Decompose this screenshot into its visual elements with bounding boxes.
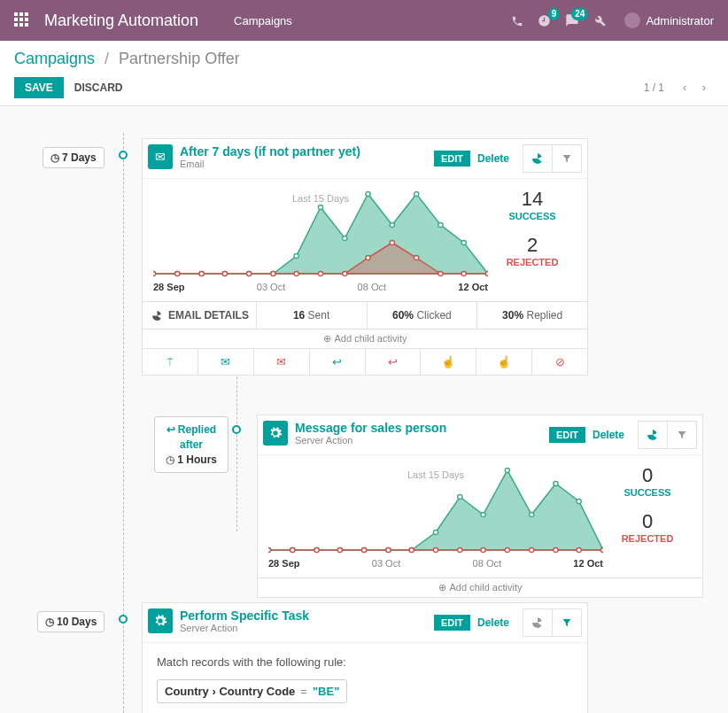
rule-condition[interactable]: Country › Country Code = "BE" bbox=[157, 679, 347, 703]
filter-tab-icon[interactable] bbox=[552, 144, 582, 173]
plus-icon: ⊕ bbox=[438, 582, 446, 593]
notif-badge-2: 24 bbox=[571, 8, 588, 20]
svg-point-53 bbox=[362, 548, 367, 553]
add-child-1[interactable]: ⊕Add child activity bbox=[143, 329, 587, 348]
reply-icon[interactable]: ↩ bbox=[310, 349, 366, 375]
svg-point-51 bbox=[314, 548, 319, 553]
svg-point-13 bbox=[414, 192, 419, 197]
not-reply-icon[interactable]: ↩ bbox=[366, 349, 422, 375]
chart-tab-icon[interactable] bbox=[638, 421, 668, 449]
delete-link[interactable]: Delete bbox=[477, 616, 509, 629]
chart-tab-icon[interactable] bbox=[523, 144, 553, 173]
email-icon: ✉ bbox=[148, 144, 173, 169]
svg-point-25 bbox=[343, 272, 347, 276]
svg-point-62 bbox=[577, 548, 581, 553]
card1-chart: Last 15 Days 28 Sep 03 Oct bbox=[153, 188, 488, 292]
svg-point-29 bbox=[438, 272, 443, 276]
apps-icon[interactable] bbox=[14, 12, 30, 28]
filter-tab-icon[interactable] bbox=[667, 421, 697, 449]
svg-point-42 bbox=[458, 495, 462, 500]
svg-point-26 bbox=[366, 256, 370, 260]
plus-icon: ⊕ bbox=[323, 333, 331, 345]
svg-marker-32 bbox=[268, 470, 603, 550]
reply-pill: ↩Replied after ◷ 1 Hours bbox=[154, 416, 228, 473]
svg-point-23 bbox=[294, 272, 298, 276]
card1-subtitle: Email bbox=[180, 159, 360, 169]
mail-not-open-icon[interactable]: ✉ bbox=[254, 349, 310, 375]
save-button[interactable]: SAVE bbox=[14, 77, 64, 98]
add-child-2[interactable]: ⊕Add child activity bbox=[258, 577, 702, 597]
svg-point-57 bbox=[458, 548, 462, 553]
wrench-icon[interactable] bbox=[593, 13, 607, 27]
clock-icon[interactable]: 9 bbox=[538, 13, 551, 27]
svg-point-30 bbox=[461, 272, 466, 276]
card1-title[interactable]: After 7 days (if not partner yet) bbox=[180, 144, 360, 159]
delete-link[interactable]: Delete bbox=[477, 152, 509, 165]
svg-point-11 bbox=[366, 192, 370, 197]
edit-button[interactable]: EDIT bbox=[549, 427, 585, 443]
discard-button[interactable]: DISCARD bbox=[74, 81, 123, 94]
svg-point-63 bbox=[600, 548, 603, 553]
svg-point-60 bbox=[530, 548, 534, 553]
chat-icon[interactable]: 24 bbox=[565, 13, 579, 28]
svg-point-44 bbox=[505, 469, 509, 473]
svg-point-27 bbox=[390, 241, 394, 245]
reply-arrow-icon: ↩ bbox=[167, 423, 175, 436]
svg-point-22 bbox=[271, 272, 275, 276]
svg-point-52 bbox=[337, 548, 342, 553]
card3-title[interactable]: Perform Specific Task bbox=[180, 608, 309, 623]
edit-button[interactable]: EDIT bbox=[434, 615, 470, 631]
click-icon[interactable]: ☝ bbox=[421, 349, 476, 375]
svg-point-28 bbox=[414, 256, 419, 260]
user-menu[interactable]: Administrator bbox=[624, 12, 714, 28]
clock-icon: ◷ bbox=[45, 616, 54, 628]
bounce-icon[interactable]: ⊘ bbox=[532, 349, 587, 375]
time-pill-10days: ◷10 Days bbox=[37, 611, 105, 632]
svg-point-8 bbox=[294, 254, 298, 259]
svg-point-47 bbox=[577, 500, 581, 504]
subheader: Campaigns / Partnership Offer SAVE DISCA… bbox=[0, 41, 728, 106]
svg-point-18 bbox=[175, 272, 180, 276]
pager-next[interactable]: › bbox=[694, 78, 714, 97]
card2-stats: 0 SUCCESS 0 REJECTED bbox=[603, 464, 692, 569]
svg-point-54 bbox=[386, 548, 391, 553]
svg-point-43 bbox=[481, 513, 485, 517]
card2-chart: Last 15 Days 28 Sep 03 Oct bbox=[268, 464, 603, 569]
svg-point-41 bbox=[433, 531, 438, 535]
svg-point-10 bbox=[343, 236, 347, 241]
activity-card-1: ✉ After 7 days (if not partner yet) Emai… bbox=[142, 138, 588, 376]
chart-tab-icon[interactable] bbox=[523, 608, 553, 637]
svg-point-59 bbox=[505, 548, 509, 553]
svg-point-31 bbox=[485, 272, 488, 276]
svg-point-56 bbox=[433, 548, 438, 553]
trigger-activity-icon[interactable]: ⍑ bbox=[143, 349, 198, 375]
filter-tab-icon[interactable] bbox=[552, 608, 582, 637]
phone-icon[interactable] bbox=[511, 13, 523, 27]
svg-point-49 bbox=[268, 548, 271, 553]
node-dot-1 bbox=[119, 151, 128, 159]
node-dot-3 bbox=[119, 615, 128, 624]
avatar bbox=[624, 12, 640, 28]
pie-icon bbox=[151, 310, 163, 322]
menu-campaigns[interactable]: Campaigns bbox=[234, 14, 292, 27]
mail-open-icon[interactable]: ✉ bbox=[198, 349, 254, 375]
card3-rule: Match records with the following rule: C… bbox=[143, 643, 587, 713]
pager: 1 / 1 ‹ › bbox=[644, 78, 714, 97]
svg-point-12 bbox=[390, 223, 394, 228]
breadcrumb-root[interactable]: Campaigns bbox=[14, 50, 95, 67]
breadcrumb: Campaigns / Partnership Offer bbox=[14, 50, 714, 68]
not-click-icon[interactable]: ☝ bbox=[476, 349, 532, 375]
svg-point-58 bbox=[481, 548, 485, 553]
email-details-row: EMAIL DETAILS 16 Sent 60% Clicked 30% Re… bbox=[143, 301, 587, 329]
svg-point-15 bbox=[461, 241, 466, 245]
user-name: Administrator bbox=[646, 14, 714, 27]
svg-point-55 bbox=[409, 548, 414, 553]
pager-text: 1 / 1 bbox=[644, 81, 664, 94]
card2-title[interactable]: Message for sales person bbox=[295, 421, 446, 435]
pager-prev[interactable]: ‹ bbox=[675, 78, 694, 97]
edit-button[interactable]: EDIT bbox=[434, 151, 470, 167]
canvas: ◷7 Days ↩Replied after ◷ 1 Hours ◷10 Day… bbox=[0, 106, 728, 713]
delete-link[interactable]: Delete bbox=[592, 429, 624, 441]
svg-point-46 bbox=[554, 482, 558, 486]
trigger-icons-row: ⍑ ✉ ✉ ↩ ↩ ☝ ☝ ⊘ bbox=[143, 348, 587, 375]
